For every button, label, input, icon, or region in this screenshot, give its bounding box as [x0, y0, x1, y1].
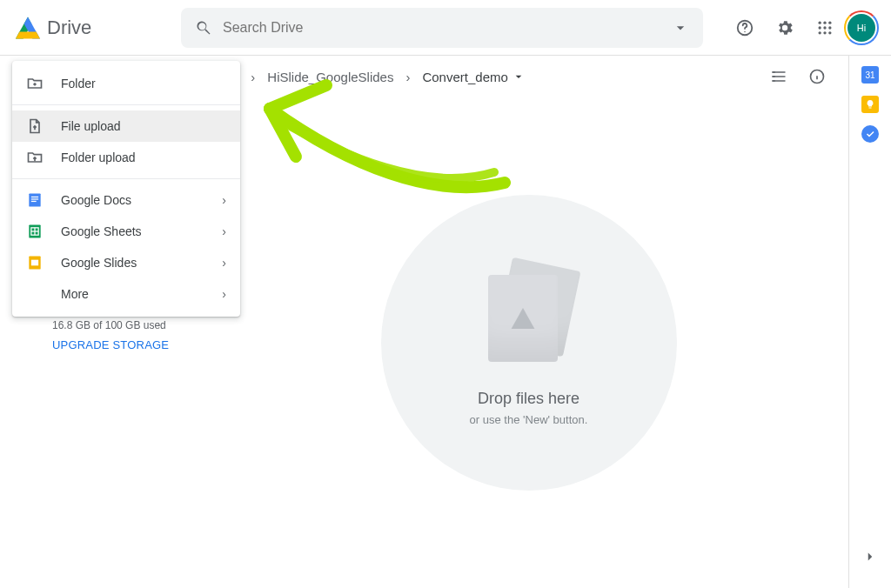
breadcrumb-segment[interactable]: HiSlide_GoogleSlides	[262, 66, 399, 88]
search-input[interactable]	[223, 20, 672, 36]
product-title: Drive	[47, 17, 91, 39]
svg-rect-27	[31, 260, 38, 266]
main-panel: e › HiSlide_GoogleSlides › Convert_demo	[209, 56, 849, 588]
help-button[interactable]	[727, 10, 762, 45]
settings-button[interactable]	[767, 10, 802, 45]
svg-point-8	[819, 31, 821, 34]
rail-keep[interactable]	[861, 96, 879, 113]
empty-illustration: Drop files here or use the 'New' button.	[381, 195, 677, 491]
side-rail: 31	[849, 56, 891, 588]
svg-point-7	[828, 26, 831, 29]
svg-point-6	[823, 26, 826, 29]
empty-subtitle: or use the 'New' button.	[470, 413, 588, 426]
menu-item-sheets[interactable]: Google Sheets ›	[12, 216, 240, 247]
chevron-right-icon: ›	[222, 256, 226, 270]
chevron-right-icon: ›	[402, 70, 413, 84]
files-icon	[481, 259, 577, 372]
rail-tasks[interactable]	[861, 125, 879, 143]
header: Drive Hi	[0, 0, 891, 56]
menu-item-more[interactable]: More ›	[12, 278, 240, 310]
view-details-button[interactable]	[800, 59, 834, 94]
chevron-right-icon: ›	[222, 193, 226, 207]
search-icon	[195, 19, 212, 37]
avatar-ring-icon	[844, 10, 879, 45]
svg-rect-21	[31, 201, 37, 202]
svg-rect-20	[31, 198, 38, 199]
search-bar[interactable]	[181, 8, 703, 48]
header-actions: Hi	[727, 10, 884, 45]
chevron-right-icon: ›	[222, 287, 226, 301]
rail-expand-button[interactable]	[853, 539, 888, 574]
svg-point-2	[819, 21, 821, 23]
chevron-right-icon: ›	[247, 70, 258, 84]
menu-item-docs[interactable]: Google Docs ›	[12, 184, 240, 216]
file-upload-icon	[26, 117, 44, 135]
view-list-button[interactable]	[761, 59, 796, 94]
new-menu: Folder File upload Folder upload Google …	[12, 61, 240, 317]
empty-title: Drop files here	[478, 390, 579, 408]
svg-point-4	[828, 21, 831, 23]
svg-rect-19	[31, 197, 38, 197]
menu-item-folder[interactable]: Folder	[12, 68, 240, 99]
svg-point-9	[823, 31, 826, 34]
breadcrumb: e › HiSlide_GoogleSlides › Convert_demo	[209, 56, 848, 97]
rail-calendar[interactable]: 31	[861, 66, 879, 84]
tasks-icon	[865, 129, 875, 139]
menu-item-folder-upload[interactable]: Folder upload	[12, 142, 240, 173]
search-options-caret-icon[interactable]	[672, 19, 689, 37]
svg-point-5	[819, 26, 821, 29]
chevron-right-icon: ›	[222, 224, 226, 238]
chevron-right-icon	[862, 549, 878, 565]
product-logo[interactable]: Drive	[7, 16, 181, 40]
svg-rect-18	[29, 194, 40, 207]
svg-point-3	[823, 21, 826, 23]
account-avatar[interactable]: Hi	[847, 14, 875, 42]
docs-icon	[26, 191, 44, 209]
menu-item-file-upload[interactable]: File upload	[12, 110, 240, 142]
menu-item-slides[interactable]: Google Slides ›	[12, 247, 240, 278]
apps-button[interactable]	[807, 10, 842, 45]
svg-point-10	[828, 31, 831, 34]
breadcrumb-segment-current[interactable]: Convert_demo	[417, 66, 530, 88]
new-folder-icon	[26, 75, 44, 92]
folder-upload-icon	[26, 149, 44, 166]
keep-icon	[865, 99, 875, 110]
sheets-icon	[26, 223, 44, 240]
empty-state: Drop files here or use the 'New' button.	[209, 97, 848, 588]
storage-used-text: 16.8 GB of 100 GB used	[52, 319, 188, 331]
slides-icon	[26, 254, 44, 271]
upgrade-storage-link[interactable]: UPGRADE STORAGE	[52, 338, 188, 351]
svg-point-1	[744, 30, 745, 31]
caret-down-icon	[512, 70, 526, 84]
drive-logo-icon	[16, 16, 40, 40]
